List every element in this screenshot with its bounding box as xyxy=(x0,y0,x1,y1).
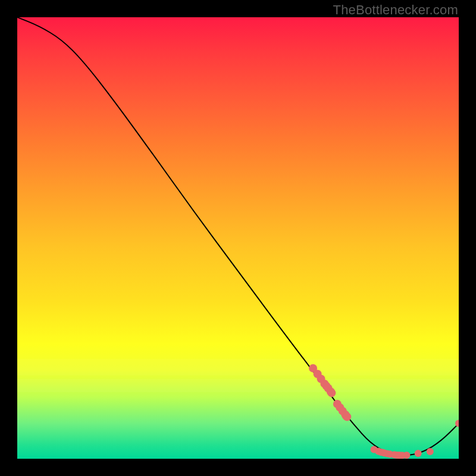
data-point xyxy=(343,413,351,421)
data-point xyxy=(415,450,422,457)
data-point xyxy=(327,389,336,397)
curve-layer xyxy=(17,17,459,459)
bottleneck-curve xyxy=(17,17,459,455)
watermark-text: TheBottlenecker.com xyxy=(333,2,458,18)
chart-frame: TheBottlenecker.com xyxy=(0,0,476,476)
data-point xyxy=(403,452,410,459)
plot-area xyxy=(17,17,459,459)
data-point xyxy=(427,448,434,455)
